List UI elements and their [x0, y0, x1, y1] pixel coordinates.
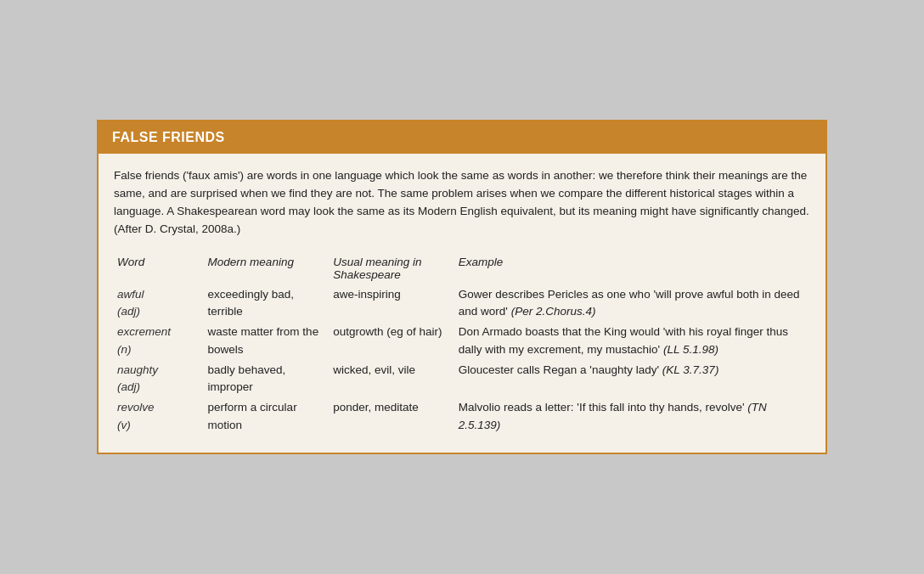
card-body: False friends ('faux amis') are words in… [99, 154, 825, 453]
table-row: naughty(adj)badly behaved, improperwicke… [114, 360, 810, 398]
cell-word: excrement(n) [114, 322, 205, 360]
cell-modern: waste matter from the bowels [205, 322, 330, 360]
cell-usual: outgrowth (eg of hair) [330, 322, 455, 360]
cell-modern: exceedingly bad, terrible [205, 284, 330, 323]
table-row: awful(adj)exceedingly bad, terribleawe-i… [114, 284, 810, 323]
col-header-word: Word [114, 254, 205, 284]
cell-usual: wicked, evil, vile [330, 360, 455, 398]
card-title: FALSE FRIENDS [112, 130, 225, 144]
col-header-example: Example [455, 254, 810, 284]
col-header-modern: Modern meaning [205, 254, 330, 284]
cell-example: Malvolio reads a letter: 'If this fall i… [455, 397, 810, 436]
table-container: Word Modern meaning Usual meaning in Sha… [114, 254, 810, 436]
col-header-usual: Usual meaning in Shakespeare [330, 254, 455, 284]
cell-word: naughty(adj) [114, 360, 205, 398]
table-row: excrement(n)waste matter from the bowels… [114, 322, 810, 360]
card-header: FALSE FRIENDS [99, 121, 825, 154]
cell-word: awful(adj) [114, 284, 205, 323]
cell-modern: perform a circular motion [205, 397, 330, 436]
cell-modern: badly behaved, improper [205, 360, 330, 398]
false-friends-card: FALSE FRIENDS False friends ('faux amis'… [97, 120, 827, 454]
intro-paragraph: False friends ('faux amis') are words in… [114, 167, 810, 239]
cell-usual: ponder, meditate [330, 397, 455, 436]
table-row: revolve(v)perform a circular motionponde… [114, 397, 810, 436]
cell-usual: awe-inspiring [330, 284, 455, 323]
cell-word: revolve(v) [114, 397, 205, 436]
false-friends-table: Word Modern meaning Usual meaning in Sha… [114, 254, 810, 436]
cell-example: Don Armado boasts that the King would 'w… [455, 322, 810, 360]
cell-example: Gloucester calls Regan a 'naughty lady' … [455, 360, 810, 398]
cell-example: Gower describes Pericles as one who 'wil… [455, 284, 810, 323]
table-header-row: Word Modern meaning Usual meaning in Sha… [114, 254, 810, 284]
